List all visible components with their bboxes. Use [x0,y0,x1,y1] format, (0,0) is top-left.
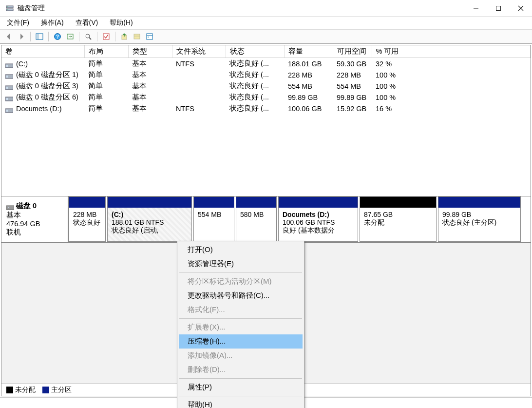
cell: 100 % [372,69,531,80]
svg-rect-31 [6,110,8,112]
menu-help[interactable]: 帮助(H) [107,18,135,28]
table-row[interactable]: (磁盘 0 磁盘分区 3)简单基本状态良好 (...554 MB554 MB10… [1,80,531,92]
partition[interactable]: 580 MB [236,196,277,242]
cell: (磁盘 0 磁盘分区 6) [1,92,84,103]
cell: 基本 [128,69,172,80]
cell: 基本 [128,80,172,92]
partition-size: 580 MB [240,211,272,218]
cell: 简单 [84,80,128,92]
svg-rect-27 [6,87,8,89]
minimize-button[interactable] [465,0,487,17]
disk-list-button[interactable] [131,31,143,42]
app-icon [6,4,14,12]
ctx-open[interactable]: 打开(O) [179,243,303,257]
cell: 100.06 GB [284,103,333,114]
col-header-volume[interactable]: 卷 [1,45,84,58]
ctx-change-letter[interactable]: 更改驱动器号和路径(C)... [179,289,303,303]
partition-status: 未分配 [364,218,432,227]
menu-file[interactable]: 文件(F) [4,18,32,28]
disk-name: 磁盘 0 [16,202,37,210]
ctx-shrink[interactable]: 压缩卷(H)... [179,334,303,349]
cell: 100 % [372,80,531,92]
cell: 状态良好 (... [226,92,284,103]
context-menu: 打开(O) 资源管理器(E) 将分区标记为活动分区(M) 更改驱动器号和路径(C… [177,241,304,408]
col-header-capacity[interactable]: 容量 [284,45,333,58]
table-row[interactable]: (C:)简单基本NTFS状态良好 (...188.01 GB59.30 GB32… [1,58,531,70]
partition-size: 100.06 GB NTFS [283,218,354,226]
ctx-help[interactable]: 帮助(H) [179,398,303,408]
volume-table[interactable]: 卷布局类型文件系统状态容量可用空间% 可用 (C:)简单基本NTFS状态良好 (… [1,45,531,196]
svg-rect-21 [148,37,149,38]
svg-point-2 [7,6,8,7]
forward-button[interactable] [16,31,27,42]
disk-info[interactable]: 磁盘 0 基本 476.94 GB 联机 [1,196,69,242]
svg-rect-5 [496,6,501,10]
col-header-layout[interactable]: 布局 [84,45,128,58]
cell: 简单 [84,103,128,114]
svg-rect-17 [134,34,140,39]
cell [172,92,226,103]
close-button[interactable] [510,0,532,17]
svg-rect-32 [6,206,14,210]
cell: 99.89 GB [284,92,333,103]
maximize-button[interactable] [487,0,510,17]
cell: 基本 [128,58,172,70]
partition[interactable]: 99.89 GB状态良好 (主分区) [438,196,521,242]
cell [172,69,226,80]
col-header-free[interactable]: 可用空间 [333,45,372,58]
table-row[interactable]: Documets (D:)简单基本NTFS状态良好 (...100.06 GB1… [1,103,531,114]
menu-action[interactable]: 操作(A) [38,18,67,28]
partition-status: 状态良好 (主分区) [442,218,516,227]
table-row[interactable]: (磁盘 0 磁盘分区 1)简单基本状态良好 (...228 MB228 MB10… [1,69,531,80]
cell: 状态良好 (... [226,69,284,80]
refresh-button[interactable] [64,31,76,42]
show-tree-button[interactable] [34,31,45,42]
disk-type: 基本 [6,211,21,219]
partition-status: 状态良好 [73,218,101,227]
cell: 32 % [372,58,531,70]
back-button[interactable] [3,31,15,42]
properties-button[interactable] [144,31,155,42]
window-title: 磁盘管理 [18,4,45,13]
svg-rect-15 [103,34,109,39]
col-header-pctfree[interactable]: % 可用 [372,45,531,58]
cell: 简单 [84,58,128,70]
ctx-explorer[interactable]: 资源管理器(E) [179,257,303,271]
cell: 99.89 GB [333,92,372,103]
partition[interactable]: 228 MB状态良好 [69,196,106,242]
cell: 100 % [372,92,531,103]
ctx-delete: 删除卷(D)... [179,363,303,377]
table-row[interactable]: (磁盘 0 磁盘分区 6)简单基本状态良好 (...99.89 GB99.89 … [1,92,531,103]
cell: (磁盘 0 磁盘分区 3) [1,80,84,92]
col-header-fs[interactable]: 文件系统 [172,45,226,58]
toolbar: ? [0,29,532,44]
col-header-type[interactable]: 类型 [128,45,172,58]
partition[interactable]: 554 MB [193,196,234,242]
titlebar: 磁盘管理 [0,0,532,17]
partition[interactable]: Documets (D:)100.06 GB NTFS良好 (基本数据分 [278,196,358,242]
rescan-disks-button[interactable] [82,31,94,42]
ctx-properties[interactable]: 属性(P) [179,380,303,394]
cell [172,80,226,92]
menu-view[interactable]: 查看(V) [73,18,101,28]
legend-primary: 主分区 [42,386,72,394]
svg-point-13 [86,34,90,38]
legend-unallocated: 未分配 [6,386,36,394]
cell: 228 MB [284,69,333,80]
cell: Documets (D:) [1,103,84,114]
svg-rect-29 [6,98,8,100]
disk-size: 476.94 GB [6,220,40,228]
help-button[interactable]: ? [52,31,63,42]
action-list-button[interactable] [100,31,112,42]
partition[interactable]: (C:)188.01 GB NTFS状态良好 (启动, [107,196,192,242]
cell: 状态良好 (... [226,103,284,114]
ctx-format: 格式化(F)... [179,303,303,317]
svg-point-3 [7,9,8,10]
export-button[interactable] [118,31,130,42]
col-header-status[interactable]: 状态 [226,45,284,58]
cell: 188.01 GB [284,58,333,70]
partition[interactable]: 87.65 GB未分配 [360,196,437,242]
cell: 基本 [128,92,172,103]
svg-text:?: ? [56,34,59,39]
partition-label: Documets (D:) [283,211,354,218]
